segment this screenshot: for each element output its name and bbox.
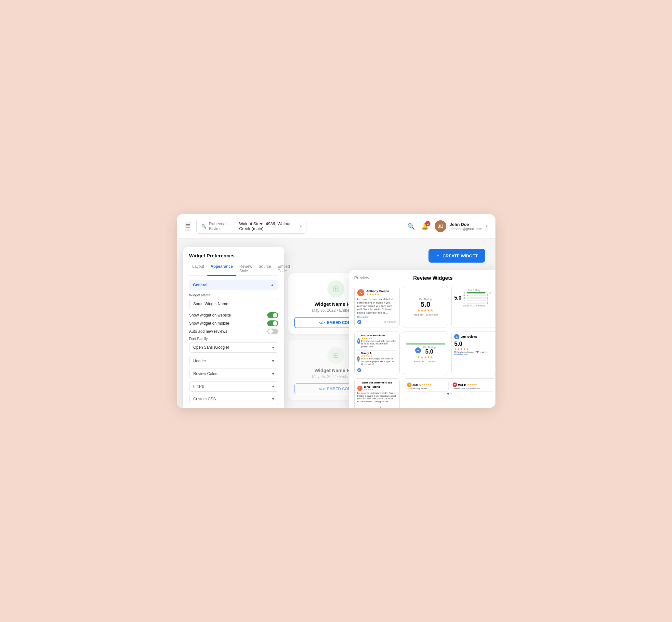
reviewer-avatar: J <box>357 386 363 391</box>
rating-sub: Rating based on our 743 reviews. <box>454 351 488 353</box>
prefs-tabs: Layout Appearance Review Style Source Em… <box>189 262 278 276</box>
menu-icon[interactable]: ☰ <box>184 222 191 231</box>
widget-name-input[interactable] <box>189 299 278 309</box>
review-text-2: Scott is amazing to work with to design … <box>361 357 396 366</box>
toggle-auto-add[interactable] <box>267 329 278 335</box>
reviewer-avatar: ★ <box>357 338 360 344</box>
reviewer-name-2: Sandy J. <box>361 352 396 354</box>
rw-rating-bars-card[interactable]: Our Rating 5.0 5713 40 30 20 10 Based <box>451 286 495 328</box>
tab-appearance[interactable]: Appearance <box>207 262 236 276</box>
reviewer-stars: ★★★★★ <box>366 293 389 296</box>
section-general[interactable]: General ▲ <box>189 280 278 290</box>
customers-say-title: What our customers say <box>357 381 397 384</box>
preview-label: Preview <box>355 275 369 281</box>
search-icon: 🔍 <box>201 224 206 229</box>
top-nav: ☰ 🔍 Rabecca's Bistro: Walnut Street 4986… <box>177 214 496 239</box>
read-reviews-link[interactable]: Read reviews <box>454 353 468 355</box>
review-widgets-title: Review Widgets <box>369 275 496 281</box>
widget-name-label: Widget Name <box>189 293 278 297</box>
collapse-header[interactable]: Header ▾ <box>189 356 278 366</box>
toggle-auto-add-row: Auto add new reviews <box>189 329 278 335</box>
google-icon: G <box>415 347 421 353</box>
see-more-link[interactable]: See more <box>357 316 369 318</box>
global-search-button[interactable]: 🔍 <box>407 222 415 230</box>
review-date: 12/24/2023 <box>362 321 397 324</box>
stars: ★★★★★ <box>467 383 477 386</box>
rw-rating-card-1[interactable]: Our Rating 5.0 ★★★★★ Read our 713 review… <box>403 286 448 328</box>
collapse-review-colors[interactable]: Review Colors ▾ <box>189 369 278 379</box>
review-text: I've come to understand that at Forex tr… <box>357 298 397 315</box>
rating-score: 5.0 <box>454 295 461 301</box>
grid-icon: ⊞ <box>333 285 339 293</box>
reviewer-name: Anthony Crespo <box>366 289 389 293</box>
review-text: Everyone we dealt with, from sales to in… <box>361 340 397 348</box>
collapse-filters[interactable]: Filters ▾ <box>189 381 278 391</box>
tab-layout[interactable]: Layout <box>189 262 207 276</box>
rw-our-reviews-card[interactable]: G Our reviews 5.0 ★★★★★ Rating based on … <box>451 331 495 375</box>
tab-embed-code[interactable]: Embed Code <box>274 262 293 276</box>
notifications-button[interactable]: 🔔 2 <box>421 222 429 230</box>
based-on-reviews: Based on 713 reviews <box>454 305 494 307</box>
dot-active <box>447 393 449 394</box>
toggle-show-mobile-row: Show widget on mobile <box>189 320 278 326</box>
rating-stars: ★★★★★ <box>454 347 469 351</box>
toggle-show-website-label: Show widget on website <box>189 313 231 317</box>
toggle-show-mobile-label: Show widget on mobile <box>189 321 229 325</box>
reviewer-name: John Hurting <box>364 385 380 388</box>
rating-bars: 5713 40 30 20 10 <box>463 291 494 305</box>
rw-double-review-card[interactable]: ★ Margaret Fernando ★★★★★ Everyone we de… <box>355 331 400 375</box>
toggle-show-website[interactable] <box>267 312 278 318</box>
google-icon: G <box>357 320 361 324</box>
tab-source[interactable]: Source <box>256 262 274 276</box>
review-text: I've come to understand that in Forex tr… <box>357 392 397 403</box>
avatar: M <box>452 382 457 387</box>
create-widget-button[interactable]: ＋ CREATE WIDGET <box>429 249 485 263</box>
widget-icon-circle: ⊞ <box>327 347 344 364</box>
toggle-auto-add-label: Auto add new reviews <box>189 329 227 334</box>
tab-review-style[interactable]: Review Style <box>236 262 255 276</box>
chevron-down-icon: ▾ <box>272 359 274 363</box>
chevron-down-icon: ▾ <box>272 372 274 376</box>
chevron-up-icon: ▲ <box>270 283 274 287</box>
review-widgets-grid: A Anthony Crespo ★★★★★ I've come to unde… <box>355 286 496 408</box>
google-icon: G <box>357 368 361 372</box>
location-search[interactable]: 🔍 Rabecca's Bistro: Walnut Street 4986, … <box>196 219 307 234</box>
rw-single-review-card[interactable]: A Anthony Crespo ★★★★★ I've come to unde… <box>355 286 400 328</box>
rw-customers-say-card[interactable]: What our customers say J John Hurting ★★… <box>355 378 400 408</box>
font-family-select[interactable]: Open Sans (Google) ▾ <box>189 342 278 353</box>
our-reviews-label: Our reviews <box>461 335 478 338</box>
rw-social-card[interactable]: A Anita P. ★★★★★ Really amazing service.… <box>403 378 496 408</box>
widget-name-field: Widget Name <box>189 293 278 309</box>
based-on-label: Based on 5 reviews <box>414 360 437 363</box>
chevron-down-icon: ▾ <box>272 397 274 401</box>
rating-score: 5.0 <box>423 349 436 355</box>
rating-stars: ★★★★★ <box>417 355 433 359</box>
dot <box>450 393 452 394</box>
user-profile[interactable]: JD John Doe johndoe@gmail.com ▾ <box>435 220 488 232</box>
notification-badge: 2 <box>425 221 431 226</box>
reviews-link[interactable]: Read our 713 reviews <box>413 313 438 316</box>
business-location: Walnut Street 4986, Walnut Creek (main) <box>239 221 295 231</box>
code-icon: </> <box>318 320 325 325</box>
rating-score: 5.0 <box>421 301 431 308</box>
rw-rating-card-2[interactable]: G Our Rating 5.0 ★★★★★ Based on 5 review… <box>403 331 448 375</box>
prefs-title: Widget Preferences <box>189 253 278 258</box>
business-label: Rabecca's Bistro: <box>209 221 233 231</box>
rating-stars: ★★★★★ <box>417 308 433 313</box>
collapse-custom-css[interactable]: Custom CSS ▾ <box>189 394 278 404</box>
rating-big: 5.0 <box>454 341 462 347</box>
code-icon: </> <box>318 386 325 391</box>
prev-icon[interactable]: ← <box>372 404 376 408</box>
user-chevron-icon: ▾ <box>486 224 488 229</box>
preview-panel: Preview Review Widgets A Anthony Crespo … <box>349 270 496 408</box>
user-name: John Doe <box>449 222 482 227</box>
nav-right: 🔍 🔔 2 JD John Doe johndoe@gmail.com ▾ <box>407 220 488 232</box>
avatar: A <box>407 382 412 387</box>
plus-icon: ＋ <box>436 253 440 259</box>
google-icon: G <box>454 334 459 339</box>
next-icon[interactable]: → <box>377 404 382 408</box>
outer-wrapper: ☰ 🔍 Rabecca's Bistro: Walnut Street 4986… <box>177 214 496 408</box>
widget-icon-circle: ⊞ <box>327 280 344 297</box>
font-family-field: Font Family Open Sans (Google) ▾ <box>189 337 278 353</box>
toggle-show-mobile[interactable] <box>267 320 278 326</box>
